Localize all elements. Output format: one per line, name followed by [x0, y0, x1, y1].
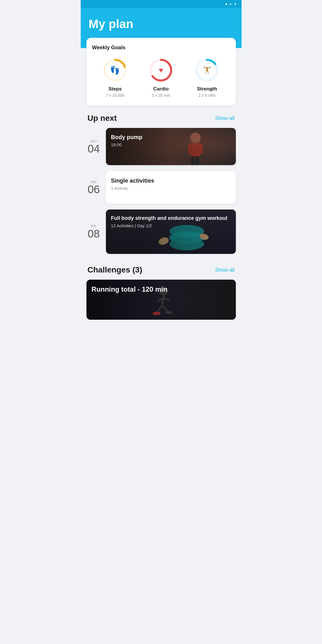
steps-detail: 7 x 10,000: [106, 93, 124, 98]
goal-steps[interactable]: 👣 Steps 7 x 10,000: [102, 58, 128, 98]
running-challenge-card[interactable]: Running total - 120 min: [86, 280, 236, 320]
fullbody-title: Full body strength and endurance gym wor…: [111, 215, 231, 222]
cardio-detail: 3 x 20 min: [152, 93, 170, 98]
activity-row-we06: WE 06 Single activities 1 Activity: [86, 171, 236, 204]
date-we06: WE 06: [86, 180, 101, 195]
fullbody-content: Full body strength and endurance gym wor…: [106, 210, 236, 234]
steps-circle: 👣: [102, 58, 128, 83]
activity-card-single[interactable]: Single activities 1 Activity: [106, 171, 236, 204]
strength-detail: 2 x 8 sets: [198, 93, 216, 98]
triangle-icon: ▼: [234, 2, 237, 6]
running-challenge-content: Running total - 120 min: [86, 280, 236, 299]
goal-strength[interactable]: 🏋 Strength 2 x 8 sets: [194, 58, 220, 98]
up-next-show-all[interactable]: Show all: [215, 115, 234, 121]
challenges-title: Challenges (3): [88, 265, 142, 274]
running-challenge-title: Running total - 120 min: [92, 285, 231, 294]
single-activities-content: Single activities 1 Activity: [106, 171, 236, 197]
cardio-label: Cardio: [153, 86, 169, 92]
up-next-title: Up next: [88, 114, 117, 123]
body-pump-title: Body pump: [111, 134, 231, 141]
day-num-04: 04: [88, 143, 100, 154]
steps-icon: 👣: [110, 66, 120, 75]
activity-row-fr08: FR 08: [86, 210, 236, 254]
steps-label: Steps: [108, 86, 122, 92]
body-pump-content: Body pump 18:00: [106, 128, 236, 153]
up-next-header: Up next Show all: [86, 114, 236, 123]
body-pump-time: 18:00: [111, 142, 231, 147]
circle-icon: ●: [230, 2, 232, 6]
weekly-goals-card: Weekly Goals 👣 Steps 7 x 10,000 ♥: [86, 38, 236, 106]
fullbody-sub: 12 Activities | Day 1/2: [111, 223, 231, 228]
strength-icon: 🏋: [203, 66, 211, 74]
cardio-icon: ♥: [159, 66, 163, 75]
weekly-goals-title: Weekly Goals: [92, 45, 230, 51]
challenges-section: Challenges (3) Show all: [81, 262, 242, 320]
activity-card-fullbody[interactable]: Full body strength and endurance gym wor…: [106, 210, 236, 254]
activity-row-mo04: MO 04: [86, 128, 236, 165]
up-next-section: Up next Show all MO 04: [81, 114, 242, 260]
cardio-circle: ♥: [148, 58, 173, 83]
square-icon: ■: [225, 2, 227, 6]
date-fr08: FR 08: [86, 224, 101, 239]
strength-label: Strength: [197, 86, 217, 92]
activity-card-body-pump[interactable]: Body pump 18:00: [106, 128, 236, 165]
goal-cardio[interactable]: ♥ Cardio 3 x 20 min: [148, 58, 173, 98]
single-activities-sub: 1 Activity: [111, 186, 231, 191]
challenges-show-all[interactable]: Show all: [215, 267, 234, 273]
date-mo04: MO 04: [86, 139, 101, 154]
day-num-06: 06: [88, 184, 100, 195]
goals-row: 👣 Steps 7 x 10,000 ♥ Cardio 3 x 20 min: [92, 58, 230, 98]
status-bar: ■ ● ▼: [81, 0, 242, 8]
activity-list: MO 04: [86, 128, 236, 260]
single-activities-title: Single activities: [111, 177, 231, 184]
challenges-header: Challenges (3) Show all: [86, 265, 236, 274]
page-title: My plan: [89, 17, 234, 31]
day-num-08: 08: [88, 228, 100, 239]
strength-circle: 🏋: [194, 58, 220, 83]
